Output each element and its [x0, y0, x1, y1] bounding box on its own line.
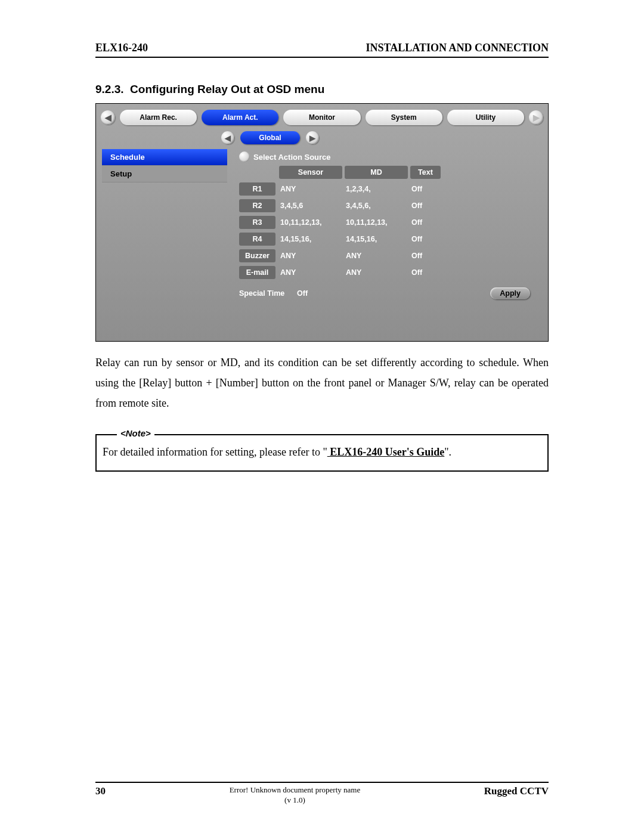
- r3-md[interactable]: 10,11,12,13,: [343, 217, 409, 228]
- tab-utility[interactable]: Utility: [447, 110, 524, 125]
- section-title: 9.2.3. Configuring Relay Out at OSD menu: [95, 83, 549, 96]
- select-action-dot-icon[interactable]: [239, 151, 250, 162]
- note-link-users-guide: ELX16-240 User's Guide: [327, 446, 445, 458]
- row-r4[interactable]: R4: [239, 233, 275, 246]
- row-email[interactable]: E-mail: [239, 266, 275, 279]
- email-text[interactable]: Off: [409, 267, 442, 278]
- tab-left-arrow-icon[interactable]: ◀: [101, 110, 115, 125]
- r4-sensor[interactable]: 14,15,16,: [278, 234, 343, 244]
- col-md: MD: [345, 166, 408, 179]
- note-label: <Note>: [117, 428, 154, 438]
- email-md[interactable]: ANY: [343, 267, 409, 278]
- subtab-left-arrow-icon[interactable]: ◀: [221, 131, 234, 144]
- osd-screenshot: ◀ Alarm Rec. Alarm Act. Monitor System U…: [95, 103, 549, 342]
- r1-text[interactable]: Off: [409, 184, 442, 194]
- tab-monitor[interactable]: Monitor: [283, 110, 360, 125]
- footer-page-number: 30: [95, 785, 106, 797]
- special-time[interactable]: Special Time Off: [239, 289, 308, 298]
- tab-right-arrow-icon[interactable]: ▶: [529, 110, 543, 125]
- note-text-pre: For detailed information for setting, pl…: [103, 446, 327, 458]
- r3-text[interactable]: Off: [409, 217, 442, 228]
- page-header: ELX16-240 INSTALLATION AND CONNECTION: [95, 42, 549, 58]
- row-buzzer[interactable]: Buzzer: [239, 249, 275, 262]
- row-r3[interactable]: R3: [239, 216, 275, 229]
- footer-center-version: (v 1.0): [284, 795, 305, 804]
- r4-md[interactable]: 14,15,16,: [343, 234, 409, 244]
- footer-brand: Rugged CCTV: [484, 785, 549, 797]
- header-left: ELX16-240: [95, 42, 148, 54]
- r2-text[interactable]: Off: [409, 200, 442, 211]
- col-text: Text: [410, 166, 441, 179]
- select-action-source-label: Select Action Source: [253, 153, 331, 162]
- tab-alarm-act[interactable]: Alarm Act.: [202, 110, 278, 125]
- note-text-post: ".: [444, 446, 451, 458]
- header-right: INSTALLATION AND CONNECTION: [366, 42, 549, 54]
- col-sensor: Sensor: [279, 166, 342, 179]
- r2-sensor[interactable]: 3,4,5,6: [278, 200, 343, 211]
- tab-system[interactable]: System: [366, 110, 442, 125]
- note-box: <Note> For detailed information for sett…: [95, 434, 549, 472]
- buzzer-sensor[interactable]: ANY: [278, 250, 343, 261]
- email-sensor[interactable]: ANY: [278, 267, 343, 278]
- osd-subtab-row: ◀ Global ▶: [96, 129, 548, 149]
- r1-md[interactable]: 1,2,3,4,: [343, 184, 409, 194]
- r2-md[interactable]: 3,4,5,6,: [343, 200, 409, 211]
- row-r1[interactable]: R1: [239, 182, 275, 196]
- row-r2[interactable]: R2: [239, 199, 275, 212]
- footer-center-error: Error! Unknown document property name: [230, 785, 361, 794]
- buzzer-text[interactable]: Off: [409, 250, 442, 261]
- osd-top-tabs: ◀ Alarm Rec. Alarm Act. Monitor System U…: [96, 104, 548, 129]
- osd-main-panel: Select Action Source Sensor MD Text R1 A…: [227, 149, 542, 299]
- r1-sensor[interactable]: ANY: [278, 184, 343, 194]
- action-source-table: Sensor MD Text R1 ANY 1,2,3,4, Off R2 3,…: [239, 166, 531, 279]
- r4-text[interactable]: Off: [409, 234, 442, 244]
- buzzer-md[interactable]: ANY: [343, 250, 409, 261]
- osd-sidebar: Schedule Setup: [102, 149, 227, 299]
- subtab-right-arrow-icon[interactable]: ▶: [306, 131, 319, 144]
- apply-button[interactable]: Apply: [490, 287, 530, 299]
- body-paragraph: Relay can run by sensor or MD, and its c…: [95, 352, 549, 414]
- sidebar-item-schedule[interactable]: Schedule: [102, 149, 227, 166]
- r3-sensor[interactable]: 10,11,12,13,: [278, 217, 343, 228]
- sidebar-item-setup[interactable]: Setup: [102, 166, 227, 182]
- subtab-global[interactable]: Global: [240, 131, 300, 144]
- page-footer: 30 Error! Unknown document property name…: [95, 782, 549, 806]
- tab-alarm-rec[interactable]: Alarm Rec.: [120, 110, 197, 125]
